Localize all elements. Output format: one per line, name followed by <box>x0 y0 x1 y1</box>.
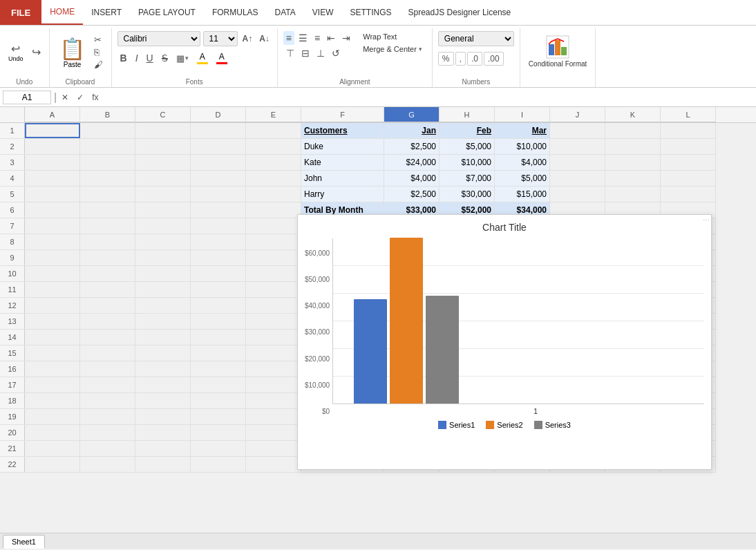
col-header-b[interactable]: B <box>80 107 135 122</box>
cell-d11[interactable] <box>191 282 246 297</box>
row-num-17[interactable]: 17 <box>0 377 25 392</box>
cell-c9[interactable] <box>135 250 191 265</box>
cell-b13[interactable] <box>80 314 135 329</box>
format-painter-button[interactable]: 🖌 <box>92 59 105 70</box>
cell-d18[interactable] <box>191 393 246 408</box>
cell-f4[interactable]: John <box>301 171 384 186</box>
cell-e3[interactable] <box>246 155 301 170</box>
cell-c8[interactable] <box>135 234 191 249</box>
cell-e22[interactable] <box>246 457 301 472</box>
cell-i5[interactable]: $15,000 <box>495 187 550 202</box>
cell-g2[interactable]: $2,500 <box>384 139 440 154</box>
cell-l2[interactable] <box>661 139 716 154</box>
col-header-a[interactable]: A <box>25 107 80 122</box>
confirm-formula-icon[interactable]: ✓ <box>75 92 86 103</box>
cell-b6[interactable] <box>80 202 135 218</box>
align-middle-button[interactable]: ⊟ <box>299 46 312 60</box>
col-header-d[interactable]: D <box>191 107 246 122</box>
paste-button[interactable]: 📋 Paste <box>55 35 89 70</box>
col-header-g[interactable]: G <box>384 107 440 122</box>
cell-j1[interactable] <box>550 123 605 138</box>
cell-g1[interactable]: Jan <box>384 123 440 138</box>
cell-c4[interactable] <box>135 171 191 186</box>
cell-a11[interactable] <box>25 282 80 297</box>
align-center-button[interactable]: ☰ <box>296 31 310 45</box>
row-num-14[interactable]: 14 <box>0 330 25 345</box>
cell-a2[interactable] <box>25 139 80 154</box>
cell-e18[interactable] <box>246 393 301 408</box>
col-header-c[interactable]: C <box>135 107 191 122</box>
cell-c12[interactable] <box>135 298 191 313</box>
cell-c18[interactable] <box>135 393 191 408</box>
cell-e6[interactable] <box>246 202 301 218</box>
cell-f1[interactable]: Customers <box>301 123 384 138</box>
cell-d16[interactable] <box>191 361 246 377</box>
cell-l5[interactable] <box>661 187 716 202</box>
cell-d2[interactable] <box>191 139 246 154</box>
cancel-formula-icon[interactable]: ✕ <box>59 92 70 103</box>
font-family-select[interactable]: Calibri <box>117 31 200 46</box>
cell-d15[interactable] <box>191 345 246 361</box>
cell-k5[interactable] <box>605 187 661 202</box>
row-num-7[interactable]: 7 <box>0 218 25 234</box>
cell-d5[interactable] <box>191 187 246 202</box>
col-header-j[interactable]: J <box>550 107 605 122</box>
chart-container[interactable]: ⋯ Chart Title $60,000 $50,000 $40,000 $3… <box>297 214 712 470</box>
font-size-select[interactable]: 11 <box>203 31 238 46</box>
cell-k3[interactable] <box>605 155 661 170</box>
cell-d8[interactable] <box>191 234 246 249</box>
insert-function-icon[interactable]: fx <box>90 92 100 103</box>
cell-d3[interactable] <box>191 155 246 170</box>
cell-b5[interactable] <box>80 187 135 202</box>
text-direction-button[interactable]: ↺ <box>329 46 343 60</box>
redo-button[interactable]: ↪ <box>29 44 44 60</box>
cell-j4[interactable] <box>550 171 605 186</box>
cell-a21[interactable] <box>25 441 80 456</box>
cell-e17[interactable] <box>246 377 301 392</box>
cell-d17[interactable] <box>191 377 246 392</box>
cell-a12[interactable] <box>25 298 80 313</box>
row-num-8[interactable]: 8 <box>0 234 25 249</box>
cell-f5[interactable]: Harry <box>301 187 384 202</box>
cell-c20[interactable] <box>135 425 191 440</box>
cell-c14[interactable] <box>135 330 191 345</box>
cell-e2[interactable] <box>246 139 301 154</box>
cell-a8[interactable] <box>25 234 80 249</box>
cell-k2[interactable] <box>605 139 661 154</box>
cell-i2[interactable]: $10,000 <box>495 139 550 154</box>
cell-d7[interactable] <box>191 218 246 234</box>
cell-a18[interactable] <box>25 393 80 408</box>
cell-i3[interactable]: $4,000 <box>495 155 550 170</box>
cell-j2[interactable] <box>550 139 605 154</box>
cell-d12[interactable] <box>191 298 246 313</box>
cell-a7[interactable] <box>25 218 80 234</box>
cell-c11[interactable] <box>135 282 191 297</box>
cell-e19[interactable] <box>246 409 301 424</box>
strikethrough-button[interactable]: S̶ <box>159 51 171 65</box>
cell-b20[interactable] <box>80 425 135 440</box>
cell-b19[interactable] <box>80 409 135 424</box>
cell-f2[interactable]: Duke <box>301 139 384 154</box>
cell-c22[interactable] <box>135 457 191 472</box>
cell-f3[interactable]: Kate <box>301 155 384 170</box>
cell-a3[interactable] <box>25 155 80 170</box>
font-size-decrease[interactable]: A↓ <box>257 32 272 45</box>
col-header-h[interactable]: H <box>440 107 495 122</box>
cell-b17[interactable] <box>80 377 135 392</box>
cell-c7[interactable] <box>135 218 191 234</box>
cell-c13[interactable] <box>135 314 191 329</box>
fill-color-button[interactable]: A <box>194 50 211 66</box>
decimal-decrease-button[interactable]: .00 <box>484 52 504 66</box>
row-num-11[interactable]: 11 <box>0 282 25 297</box>
cell-b10[interactable] <box>80 266 135 281</box>
cell-e4[interactable] <box>246 171 301 186</box>
cell-b12[interactable] <box>80 298 135 313</box>
cell-d9[interactable] <box>191 250 246 265</box>
cell-e9[interactable] <box>246 250 301 265</box>
row-num-13[interactable]: 13 <box>0 314 25 329</box>
menu-formulas[interactable]: FORMULAS <box>204 0 267 25</box>
cell-e20[interactable] <box>246 425 301 440</box>
align-bottom-button[interactable]: ⊥ <box>314 46 328 60</box>
increase-indent-button[interactable]: ⇥ <box>339 31 353 45</box>
decimal-increase-button[interactable]: .0 <box>467 52 482 66</box>
